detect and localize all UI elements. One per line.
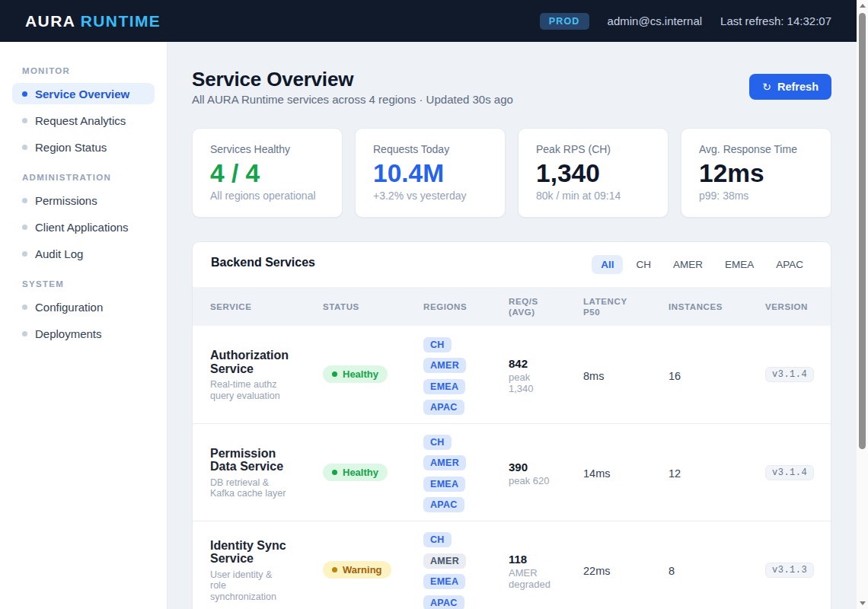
page-subtitle: All AURA Runtime services across 4 regio… <box>192 93 513 106</box>
version-cell: v3.1.4 <box>765 326 831 423</box>
latency-cell: 22ms <box>583 521 669 609</box>
stat-cards: Services Healthy 4 / 4 All regions opera… <box>192 128 831 218</box>
table-header-row: SERVICE STATUS REGIONS REQ/S (AVG) LATEN… <box>193 287 831 326</box>
sidebar-item-request-analytics[interactable]: Request Analytics <box>12 110 155 131</box>
topbar: AURA RUNTIME PROD admin@cs.internal Last… <box>0 0 857 42</box>
stat-card-requests-today: Requests Today 10.4M +3.2% vs yesterday <box>355 128 506 218</box>
bullet-dot-icon <box>22 118 27 123</box>
scrollbar-thumb[interactable] <box>859 13 866 449</box>
table-title: Backend Services <box>211 256 315 269</box>
environment-badge: PROD <box>540 13 589 30</box>
version-chip: v3.1.4 <box>765 465 814 480</box>
stat-value: 10.4M <box>373 161 487 187</box>
region-tag: EMEA <box>423 477 465 492</box>
stat-subtext: 80k / min at 09:14 <box>536 190 650 202</box>
status-label: Warning <box>343 564 382 576</box>
sidebar-item-label: Permissions <box>35 194 97 207</box>
sidebar-item-region-status[interactable]: Region Status <box>12 136 155 158</box>
sidebar-section-system: SYSTEM Configuration Deployments <box>12 279 155 344</box>
region-tag: APAC <box>423 497 464 512</box>
sidebar-item-audit-log[interactable]: Audit Log <box>12 243 155 264</box>
region-tag: EMEA <box>423 379 465 394</box>
page-header-text: Service Overview All AURA Runtime servic… <box>192 68 513 106</box>
sidebar-item-configuration[interactable]: Configuration <box>12 296 155 317</box>
status-dot-icon <box>332 371 337 377</box>
status-dot-icon <box>332 567 337 572</box>
region-tag: AMER <box>423 455 466 470</box>
service-cell: Identity Sync Service User identity & ro… <box>193 521 323 609</box>
requests-cell: 842 peak 1,340 <box>509 326 583 423</box>
scroll-up-arrow-icon <box>860 4 866 8</box>
column-header-version: VERSION <box>765 287 831 326</box>
filter-tab-all[interactable]: All <box>592 255 623 274</box>
regions-cell: CH AMER EMEA APAC <box>423 423 509 521</box>
region-tag: APAC <box>423 400 464 415</box>
region-tag: AMER <box>423 358 466 373</box>
sidebar-item-deployments[interactable]: Deployments <box>12 323 155 344</box>
filter-tab-ch[interactable]: CH <box>627 255 660 274</box>
status-dot-icon <box>332 470 337 475</box>
column-header-service: SERVICE <box>193 287 323 326</box>
stat-label: Services Healthy <box>210 143 324 155</box>
service-name: Identity Sync Service <box>210 539 289 566</box>
status-badge: Healthy <box>323 365 388 383</box>
status-badge: Healthy <box>323 464 388 481</box>
bullet-dot-icon <box>22 91 27 97</box>
column-header-status: STATUS <box>323 287 423 326</box>
instances-cell: 8 <box>669 521 765 609</box>
instances-cell: 16 <box>669 326 765 423</box>
sidebar-section-administration: ADMINISTRATION Permissions Client Applic… <box>12 172 155 264</box>
scrollbar-up-button[interactable] <box>857 0 868 11</box>
stat-label: Peak RPS (CH) <box>536 143 650 155</box>
sidebar-item-service-overview[interactable]: Service Overview <box>12 83 155 104</box>
status-cell: Warning <box>323 521 423 609</box>
stat-value: 4 / 4 <box>210 161 324 187</box>
region-tag: EMEA <box>423 574 465 589</box>
column-header-regions: REGIONS <box>423 287 509 326</box>
version-chip: v3.1.4 <box>765 367 814 382</box>
table-header: Backend Services All CH AMER EMEA APAC <box>193 242 831 287</box>
requests-subtext: peak 1,340 <box>509 371 557 394</box>
bullet-dot-icon <box>22 198 27 203</box>
page-header: Service Overview All AURA Runtime servic… <box>192 68 831 106</box>
requests-subtext: peak 620 <box>509 475 557 486</box>
column-header-latency: LATENCY P50 <box>583 287 669 326</box>
filter-tab-amer[interactable]: AMER <box>664 255 712 274</box>
sidebar-item-label: Audit Log <box>35 247 83 260</box>
region-tags: CH AMER EMEA APAC <box>423 435 509 513</box>
filter-tab-emea[interactable]: EMEA <box>716 255 763 274</box>
stat-card-services-healthy: Services Healthy 4 / 4 All regions opera… <box>192 128 343 218</box>
brand-secondary: RUNTIME <box>81 12 161 30</box>
sidebar-item-permissions[interactable]: Permissions <box>12 190 155 211</box>
version-chip: v3.1.3 <box>765 563 814 578</box>
filter-tab-apac[interactable]: APAC <box>767 255 812 274</box>
sidebar-item-label: Client Applications <box>35 221 129 234</box>
scrollbar-down-button[interactable] <box>857 598 868 609</box>
brand-primary: AURA <box>25 12 75 30</box>
service-cell: Permission Data Service DB retrieval & K… <box>193 423 323 521</box>
sidebar-section-monitor: MONITOR Service Overview Request Analyti… <box>12 65 155 158</box>
vertical-scrollbar[interactable] <box>857 0 868 609</box>
sidebar-item-label: Region Status <box>35 141 107 154</box>
status-label: Healthy <box>343 368 378 380</box>
scroll-down-arrow-icon <box>860 601 866 605</box>
sidebar-section-label: SYSTEM <box>22 279 155 289</box>
service-name: Permission Data Service <box>210 447 289 473</box>
stat-subtext: All regions operational <box>210 190 324 202</box>
requests-cell: 390 peak 620 <box>509 423 583 521</box>
bullet-dot-icon <box>22 145 27 150</box>
latency-cell: 8ms <box>583 326 669 423</box>
region-tag: APAC <box>423 595 464 609</box>
refresh-button[interactable]: ↻ Refresh <box>749 74 831 100</box>
stat-label: Avg. Response Time <box>699 143 813 155</box>
bullet-dot-icon <box>22 251 27 257</box>
sidebar-item-client-applications[interactable]: Client Applications <box>12 216 155 238</box>
bullet-dot-icon <box>22 225 27 230</box>
table-row: Permission Data Service DB retrieval & K… <box>193 423 831 521</box>
column-header-req: REQ/S (AVG) <box>509 287 583 326</box>
service-description: User identity & role synchronization <box>210 569 289 603</box>
region-tags: CH AMER EMEA APAC <box>423 532 509 609</box>
region-tag: CH <box>423 337 452 352</box>
stat-value: 1,340 <box>536 161 650 187</box>
backend-services-card: Backend Services All CH AMER EMEA APAC S… <box>192 241 831 609</box>
